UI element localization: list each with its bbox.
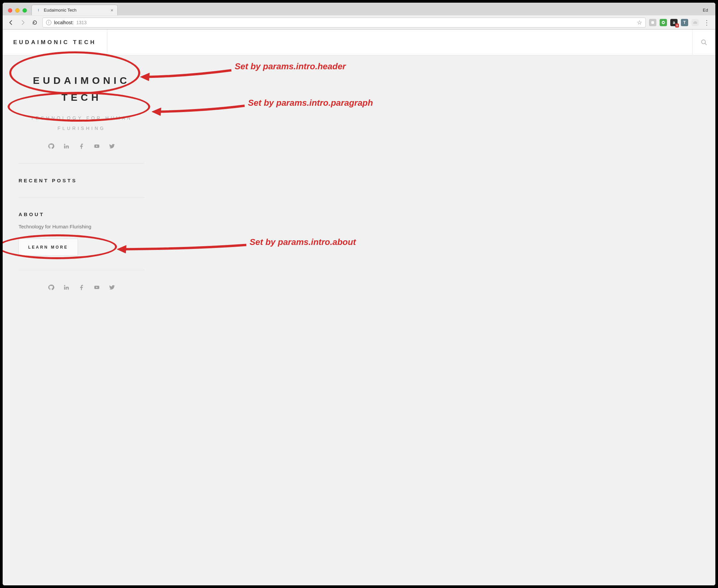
annotation-label: Set by params.intro.paragraph [248,98,373,108]
intro-paragraph: TECHNOLOGY FOR HUMAN FLURISHING [19,113,145,133]
tab-strip: Eudaimonic Tech × Ed [3,3,715,15]
github-icon[interactable] [48,284,55,291]
youtube-icon[interactable] [93,143,100,149]
browser-toolbar: i localhost:1313 ☆ a 9 T ⋮ [3,15,715,29]
intro-sidebar: EUDAIMONIC TECH TECHNOLOGY FOR HUMAN FLU… [19,72,145,291]
extension-icon[interactable]: T [681,19,688,26]
window-close-icon[interactable] [8,8,12,13]
tab-close-icon[interactable]: × [110,8,113,13]
site-info-icon[interactable]: i [46,20,51,25]
facebook-icon[interactable] [78,143,85,149]
svg-marker-8 [152,108,161,116]
extension-badge: 9 [675,23,679,27]
svg-line-4 [705,43,706,45]
page-content: EUDAIMONIC TECH TECHNOLOGY FOR HUMAN FLU… [3,55,715,311]
page-viewport[interactable]: EUDAIMONIC TECH EUDAIMONIC TECH TECHNOLO… [3,29,715,585]
window-frame: Eudaimonic Tech × Ed i localhost:1313 ☆ [3,3,715,585]
favicon-icon [36,8,41,13]
extension-icons: a 9 T ⋮ [649,19,711,26]
linkedin-icon[interactable] [63,143,70,149]
site-brand[interactable]: EUDAIMONIC TECH [3,29,107,55]
site-header: EUDAIMONIC TECH [3,29,715,55]
annotation-arrow [140,67,233,87]
window-minimize-icon[interactable] [15,8,20,13]
svg-point-2 [663,22,664,23]
youtube-icon[interactable] [93,284,100,291]
forward-button[interactable] [19,18,27,27]
svg-rect-0 [651,21,654,23]
learn-more-label: LEARN MORE [28,245,68,250]
profile-label[interactable]: Ed [703,8,712,15]
page-root: EUDAIMONIC TECH EUDAIMONIC TECH TECHNOLO… [3,29,715,585]
intro-header: EUDAIMONIC TECH [19,72,145,106]
about-title: ABOUT [19,211,145,217]
traffic-lights [6,8,29,15]
twitter-icon[interactable] [109,143,115,149]
divider [19,197,145,197]
recent-posts-title: RECENT POSTS [19,178,145,183]
window-zoom-icon[interactable] [23,8,27,13]
extension-icon[interactable]: a 9 [670,19,678,26]
bookmark-star-icon[interactable]: ☆ [637,19,642,26]
url-host: localhost: [54,20,73,25]
twitter-icon[interactable] [109,284,115,291]
header-spacer [107,29,692,55]
tab-title: Eudaimonic Tech [44,8,108,13]
facebook-icon[interactable] [78,284,85,291]
chrome-menu-icon[interactable]: ⋮ [702,19,711,26]
extension-icon[interactable] [692,19,699,26]
extension-icon[interactable] [649,19,656,26]
address-bar[interactable]: i localhost:1313 ☆ [42,18,646,27]
extension-icon[interactable] [660,19,667,26]
brand-text: EUDAIMONIC TECH [13,39,97,46]
learn-more-button[interactable]: LEARN MORE [19,239,78,256]
header-search-button[interactable] [692,29,715,55]
github-icon[interactable] [48,143,55,149]
url-port: 1313 [76,20,86,25]
social-row-footer [19,284,145,291]
reload-button[interactable] [30,18,39,27]
linkedin-icon[interactable] [63,284,70,291]
annotation-label: Set by params.intro.about [250,237,356,247]
about-text: Technology for Human Flurishing [19,224,145,229]
browser-tab[interactable]: Eudaimonic Tech × [31,5,118,15]
back-button[interactable] [7,18,15,27]
divider [19,163,145,164]
social-row [19,143,145,149]
browser-chrome: Eudaimonic Tech × Ed i localhost:1313 ☆ [3,3,715,29]
annotation-label: Set by params.intro.header [235,61,346,71]
divider [19,270,145,270]
annotation-arrow [152,102,246,122]
search-icon [700,39,708,46]
